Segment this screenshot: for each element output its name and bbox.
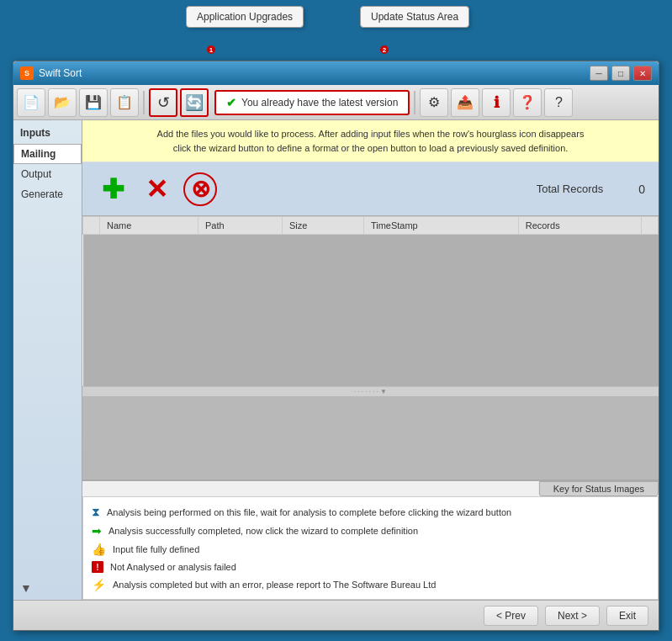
app-icon: S: [20, 66, 34, 80]
help1-icon: ❓: [519, 94, 536, 110]
next-button[interactable]: Next >: [545, 606, 600, 626]
copy-icon: 📋: [116, 94, 133, 110]
info-line2: click the wizard button to define a form…: [93, 141, 648, 156]
status-hourglass-text: Analysis being performed on this file, w…: [107, 507, 511, 517]
export-button[interactable]: 📤: [451, 88, 479, 117]
open-icon: 📂: [54, 94, 71, 110]
title-bar: S Swift Sort ─ □ ✕: [13, 61, 659, 85]
export-icon: 📤: [457, 94, 474, 110]
status-item-thumb: 👍 Input file fully defined: [92, 540, 649, 559]
total-records-value: 0: [638, 183, 645, 196]
sidebar-item-output[interactable]: Output: [13, 164, 82, 184]
tooltip1-label: Application Upgrades: [197, 11, 293, 23]
window-controls: ─ □ ✕: [590, 66, 652, 81]
update-icon: 🔄: [185, 93, 204, 112]
exit-button[interactable]: Exit: [606, 606, 648, 626]
col-action: [642, 217, 659, 235]
status-arrow-text: Analysis successfully completed, now cli…: [108, 526, 418, 536]
check-icon: ✔: [226, 96, 236, 109]
tooltip2-number: 2: [380, 45, 389, 54]
sidebar-item-mailing[interactable]: Mailing: [13, 144, 82, 164]
info-button[interactable]: ℹ: [482, 88, 511, 117]
save-button[interactable]: 💾: [79, 88, 108, 117]
col-name: Name: [100, 217, 198, 235]
add-file-button[interactable]: ✚: [96, 172, 130, 206]
sidebar-header: Inputs: [13, 124, 82, 144]
scroll-indicator: · · · · · · · ▼: [82, 386, 659, 396]
status-item-arrow: ➡ Analysis successfully completed, now c…: [92, 522, 649, 540]
col-path: Path: [198, 217, 282, 235]
minimize-button[interactable]: ─: [590, 66, 608, 81]
sidebar: Inputs Mailing Output Generate ▼: [13, 120, 82, 600]
toolbar: 📄 📂 💾 📋 ↺ 🔄 ✔ You already have the lates…: [13, 85, 659, 120]
file-table: Name Path Size TimeStamp Records: [82, 216, 659, 386]
info-icon: ℹ: [494, 93, 500, 112]
cancel-icon: ⊗: [191, 175, 210, 203]
settings-icon: ⚙: [428, 94, 440, 110]
col-size: Size: [282, 217, 363, 235]
cancel-button[interactable]: ⊗: [183, 172, 217, 206]
refresh-button[interactable]: ↺: [149, 88, 177, 117]
bottom-bar: < Prev Next > Exit: [13, 600, 659, 630]
separator1: [143, 91, 145, 114]
status-item-hourglass: ⧗ Analysis being performed on this file,…: [92, 502, 649, 522]
tooltip-update-status-area: Update Status Area: [360, 6, 469, 28]
tooltip2-label: Update Status Area: [371, 11, 458, 23]
settings-button[interactable]: ⚙: [420, 88, 448, 117]
maximize-button[interactable]: □: [611, 66, 630, 81]
info-banner: Add the files you would like to process.…: [82, 120, 659, 162]
help1-button[interactable]: ❓: [513, 88, 542, 117]
remove-icon: ✕: [146, 173, 168, 205]
help2-icon: ?: [555, 95, 563, 110]
update-button[interactable]: 🔄: [180, 88, 209, 117]
hourglass-icon: ⧗: [92, 505, 100, 519]
status-multi-text: Analysis completed but with an error, pl…: [113, 580, 436, 590]
status-item-multi: ⚡ Analysis completed but with an error, …: [92, 575, 649, 594]
status-key-body: ⧗ Analysis being performed on this file,…: [82, 496, 659, 600]
status-key-wrapper: Key for Status Images ⧗ Analysis being p…: [82, 479, 659, 600]
remove-file-button[interactable]: ✕: [140, 172, 173, 206]
status-key-header: Key for Status Images: [539, 481, 659, 496]
refresh-icon: ↺: [157, 93, 170, 112]
info-line1: Add the files you would like to process.…: [93, 127, 648, 141]
file-table-body: [83, 235, 659, 386]
sidebar-item-generate[interactable]: Generate: [13, 184, 82, 204]
save-icon: 💾: [85, 94, 102, 110]
content-area: Inputs Mailing Output Generate ▼ Add the…: [13, 120, 659, 600]
sidebar-expand-arrow[interactable]: ▼: [13, 576, 82, 600]
status-item-exclaim: ! Not Analysed or analysis failed: [92, 559, 649, 575]
new-icon: 📄: [23, 94, 40, 110]
tooltip-application-upgrades: Application Upgrades: [186, 6, 304, 28]
main-panel: Add the files you would like to process.…: [82, 120, 659, 600]
col-timestamp: TimeStamp: [363, 217, 518, 235]
status-exclaim-text: Not Analysed or analysis failed: [110, 562, 236, 572]
tooltip1-number: 1: [207, 45, 215, 54]
action-row: ✚ ✕ ⊗ Total Records 0: [82, 162, 659, 216]
file-table-container[interactable]: Name Path Size TimeStamp Records: [82, 216, 659, 479]
open-button[interactable]: 📂: [48, 88, 77, 117]
main-window: S Swift Sort ─ □ ✕ 📄 📂 💾 📋: [13, 61, 659, 631]
update-status-box: ✔ You already have the latest version: [214, 90, 410, 115]
separator2: [414, 91, 415, 114]
new-button[interactable]: 📄: [17, 88, 45, 117]
close-button[interactable]: ✕: [633, 66, 652, 81]
update-status-text: You already have the latest version: [241, 97, 398, 109]
col-status: [83, 217, 100, 235]
col-records: Records: [518, 217, 641, 235]
status-thumb-text: Input file fully defined: [113, 544, 199, 554]
window-title: Swift Sort: [39, 67, 590, 79]
prev-button[interactable]: < Prev: [484, 606, 538, 626]
arrow-icon: ➡: [92, 524, 102, 538]
copy-button[interactable]: 📋: [110, 88, 139, 117]
exclaim-icon: !: [92, 561, 103, 573]
help2-button[interactable]: ?: [544, 88, 573, 117]
total-records-label: Total Records: [537, 183, 603, 195]
add-icon: ✚: [102, 173, 124, 205]
thumb-icon: 👍: [92, 543, 106, 556]
multi-icon: ⚡: [92, 578, 106, 591]
